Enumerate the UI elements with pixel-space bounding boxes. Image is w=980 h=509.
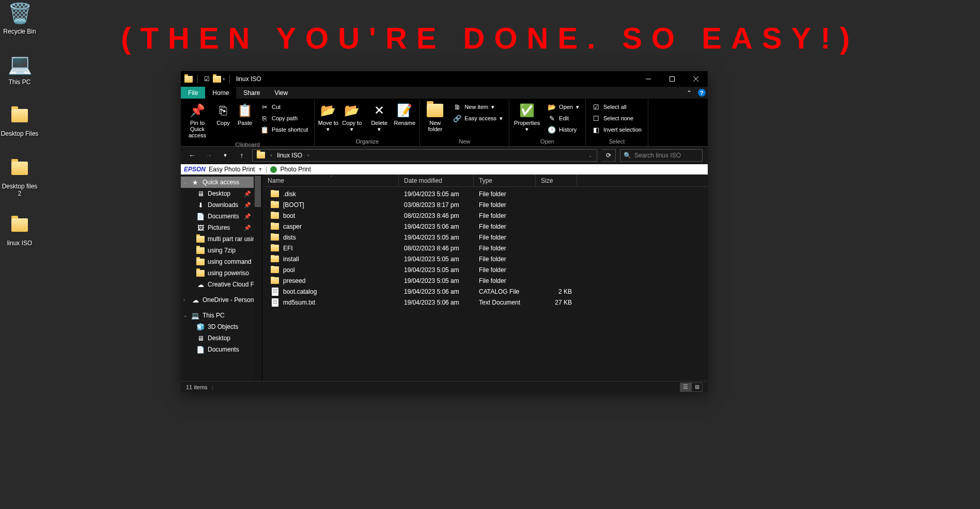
file-row[interactable]: install19/04/2023 5:05 amFile folder xyxy=(262,253,708,264)
nav-item[interactable]: 📄Documents📌 xyxy=(181,211,254,222)
select-none-button[interactable]: ☐Select none xyxy=(590,113,644,124)
column-date[interactable]: Date modified xyxy=(399,174,474,186)
nav-item[interactable]: using 7zip xyxy=(181,245,254,256)
file-row[interactable]: casper19/04/2023 5:06 amFile folder xyxy=(262,221,708,232)
desktop-icon-this-pc[interactable]: 💻This PC xyxy=(0,52,39,86)
pic-icon: 🖼 xyxy=(196,224,205,232)
nav-item[interactable]: 🖥Desktop📌 xyxy=(181,188,254,199)
nav-item[interactable]: 🧊3D Objects xyxy=(181,321,254,332)
qat-properties-icon[interactable]: ☑ xyxy=(202,74,211,84)
nav-item[interactable]: ☁Creative Cloud Files xyxy=(181,279,254,290)
address-folder-icon[interactable] xyxy=(254,150,268,161)
nav-item[interactable]: ⌄★Quick access xyxy=(181,177,254,188)
edit-button[interactable]: ✎Edit xyxy=(546,113,581,124)
recent-dropdown[interactable]: ▼ xyxy=(219,149,231,162)
nav-item-label: Creative Cloud Files xyxy=(208,281,254,288)
copy-path-button[interactable]: ⎘Copy path xyxy=(258,113,310,124)
dropdown-icon[interactable]: ▼ xyxy=(258,167,262,172)
move-to-button[interactable]: 📂Move to ▾ xyxy=(317,100,339,134)
expand-icon[interactable]: ⌄ xyxy=(183,313,188,318)
file-row[interactable]: EFI08/02/2023 8:46 pmFile folder xyxy=(262,243,708,253)
file-row[interactable]: dists19/04/2023 5:05 amFile folder xyxy=(262,232,708,243)
nav-item[interactable]: using poweriso xyxy=(181,267,254,279)
properties-button[interactable]: ✅Properties ▾ xyxy=(511,100,542,134)
help-button[interactable]: ? xyxy=(695,87,708,99)
nav-item[interactable]: ⬇Downloads📌 xyxy=(181,199,254,211)
file-row[interactable]: .disk19/04/2023 5:05 amFile folder xyxy=(262,188,708,199)
nav-item[interactable]: ›☁OneDrive - Personal xyxy=(181,294,254,306)
close-button[interactable] xyxy=(684,71,708,87)
nav-item[interactable]: 📄Documents xyxy=(181,344,254,355)
file-name: dists xyxy=(283,234,296,241)
expand-icon[interactable]: ⌄ xyxy=(183,180,188,185)
desktop-icon-linux-iso[interactable]: linux ISO xyxy=(0,213,39,247)
photo-print-button[interactable]: Photo Print xyxy=(280,166,310,173)
qat-newfolder-icon[interactable] xyxy=(212,74,222,84)
select-all-button[interactable]: ☑Select all xyxy=(590,101,644,113)
copy-button[interactable]: ⎘Copy xyxy=(213,100,234,128)
chevron-right-icon[interactable]: › xyxy=(268,152,274,158)
search-input[interactable]: 🔍 Search linux ISO xyxy=(620,149,703,162)
up-button[interactable]: ↑ xyxy=(236,149,248,162)
file-row[interactable]: md5sum.txt19/04/2023 5:06 amText Documen… xyxy=(262,297,708,308)
file-row[interactable]: preseed19/04/2023 5:05 amFile folder xyxy=(262,275,708,286)
delete-button[interactable]: ✕Delete ▾ xyxy=(368,100,391,134)
history-button[interactable]: 🕑History xyxy=(546,124,581,135)
paste-button[interactable]: 📋Paste xyxy=(235,100,255,128)
move-icon: 📂 xyxy=(318,102,338,119)
maximize-button[interactable] xyxy=(660,71,684,87)
nav-item[interactable]: 🖼Pictures📌 xyxy=(181,222,254,233)
tab-file[interactable]: File xyxy=(181,87,205,99)
nav-item[interactable]: ⌄💻This PC xyxy=(181,310,254,321)
invert-selection-button[interactable]: ◧Invert selection xyxy=(590,124,644,135)
tab-home[interactable]: Home xyxy=(205,87,236,99)
nav-item[interactable]: using command xyxy=(181,256,254,267)
pin-quick-access-button[interactable]: 📌Pin to Quick access xyxy=(183,100,212,140)
tab-view[interactable]: View xyxy=(267,87,295,99)
titlebar[interactable]: ☑ ▾ linux ISO xyxy=(181,71,708,87)
nav-item-label: Quick access xyxy=(203,179,239,186)
scrollbar-thumb[interactable] xyxy=(255,176,261,207)
file-type: CATALOG File xyxy=(474,288,536,295)
file-type: File folder xyxy=(474,277,536,284)
easy-photo-print-button[interactable]: Easy Photo Print xyxy=(209,166,255,173)
nav-item[interactable]: multi part rar using xyxy=(181,233,254,245)
thumbnails-view-button[interactable]: ⊞ xyxy=(691,383,703,392)
forward-button[interactable]: → xyxy=(203,149,215,162)
file-row[interactable]: [BOOT]03/08/2023 8:17 pmFile folder xyxy=(262,199,708,210)
new-folder-button[interactable]: New folder xyxy=(422,100,448,134)
expand-icon[interactable]: › xyxy=(183,297,185,303)
column-size[interactable]: Size xyxy=(536,174,577,186)
column-type[interactable]: Type xyxy=(474,174,536,186)
details-view-button[interactable]: ☰ xyxy=(680,383,691,392)
nav-item-label: using 7zip xyxy=(208,247,236,254)
desktop-icon-desktop-files[interactable]: Desktop Files xyxy=(0,103,39,137)
chevron-right-icon[interactable]: › xyxy=(305,152,311,158)
address-segment[interactable]: linux ISO xyxy=(274,150,305,161)
tab-share[interactable]: Share xyxy=(236,87,267,99)
file-row[interactable]: boot.catalog19/04/2023 5:06 amCATALOG Fi… xyxy=(262,286,708,297)
file-row[interactable]: boot08/02/2023 8:46 pmFile folder xyxy=(262,210,708,221)
collapse-ribbon-button[interactable]: ⌃ xyxy=(683,87,695,99)
file-row[interactable]: pool19/04/2023 5:05 amFile folder xyxy=(262,264,708,275)
desktop-icon-desktop-files-2[interactable]: Desktop files 2 xyxy=(0,156,39,197)
new-item-button[interactable]: 🗎New item ▾ xyxy=(451,101,505,113)
pc-icon: 💻 xyxy=(191,311,199,320)
status-text: 11 items xyxy=(186,384,208,390)
copy-to-button[interactable]: 📂Copy to ▾ xyxy=(340,100,363,134)
sort-indicator-icon: ⌃ xyxy=(330,175,333,180)
rename-button[interactable]: 📝Rename xyxy=(392,100,417,128)
easy-access-button[interactable]: 🔗Easy access ▾ xyxy=(451,113,505,124)
select-all-icon: ☑ xyxy=(592,103,600,111)
nav-item[interactable]: 🖥Desktop xyxy=(181,332,254,344)
address-bar[interactable]: › linux ISO › ⌄ xyxy=(252,149,597,162)
paste-shortcut-button[interactable]: 📋Paste shortcut xyxy=(258,124,310,135)
back-button[interactable]: ← xyxy=(186,149,198,162)
desktop-icon-recycle-bin[interactable]: 🗑️Recycle Bin xyxy=(0,1,39,35)
cut-button[interactable]: ✂Cut xyxy=(258,101,310,113)
open-button[interactable]: 📂Open ▾ xyxy=(546,101,581,113)
star-icon: ★ xyxy=(191,178,199,186)
address-dropdown[interactable]: ⌄ xyxy=(585,150,596,161)
minimize-button[interactable] xyxy=(636,71,660,87)
refresh-button[interactable]: ⟳ xyxy=(601,149,616,162)
